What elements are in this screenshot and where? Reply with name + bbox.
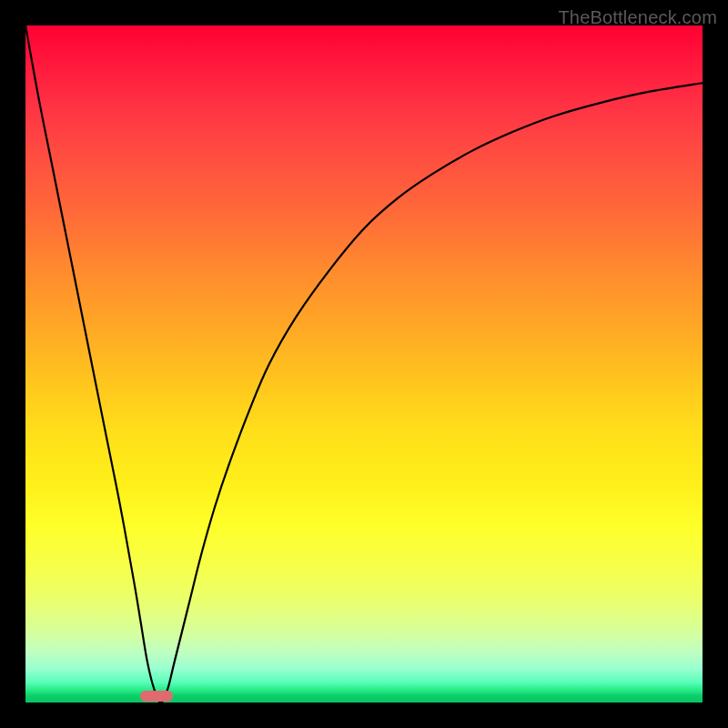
attribution-text: TheBottleneck.com <box>558 7 717 28</box>
chart-frame: TheBottleneck.com <box>0 0 728 728</box>
chart-plot-area <box>25 25 703 703</box>
optimal-marker <box>140 691 173 702</box>
bottleneck-curve <box>25 25 703 703</box>
